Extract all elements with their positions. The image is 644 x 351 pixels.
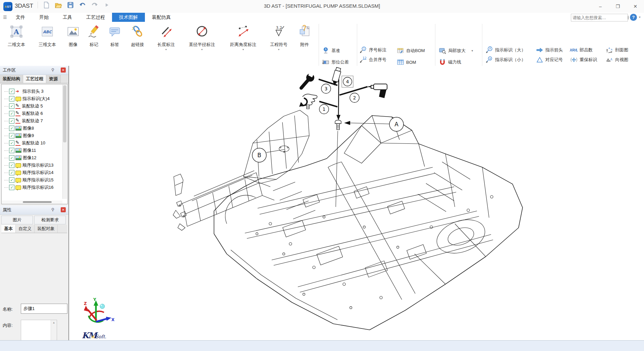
button-bom[interactable]: BOM (397, 57, 416, 67)
tree-item: ✓图像11 (2, 147, 53, 154)
callout-3[interactable]: 3 (321, 84, 331, 93)
tree-item: ✓图像8 (2, 125, 53, 132)
toolbar-options-caret-icon[interactable]: ▾ (639, 15, 641, 19)
button-merge-seq[interactable]: 12 合并序号 (360, 55, 386, 64)
search-input[interactable] (571, 15, 628, 20)
tree-vertical-scrollbar[interactable] (62, 85, 67, 199)
callout-a[interactable]: A (344, 117, 404, 131)
checkbox[interactable]: ✓ (9, 126, 14, 131)
checkbox[interactable]: ✓ (9, 155, 14, 161)
tab-custom[interactable]: 自定义 (16, 225, 35, 233)
label-annotation-icon (15, 163, 21, 168)
properties-close-icon[interactable]: ✕ (61, 207, 66, 212)
button-corresponding-mark[interactable]: 对应记号 (536, 55, 563, 64)
tab-process[interactable]: 工艺过程 (23, 75, 46, 83)
button-direction-view[interactable]: A 向视图 (606, 55, 628, 64)
button-diameter-dim[interactable]: 直径半径标注 ▾ (184, 24, 220, 51)
button-auto-bom[interactable]: 自动BOM (397, 46, 425, 55)
checkbox[interactable]: ✓ (9, 89, 14, 94)
button-engineering-symbol[interactable]: 3.2 工程符号 ▾ (266, 24, 291, 51)
pin-icon[interactable]: ⚲ (51, 68, 56, 72)
tab-resource[interactable]: 资源 (46, 75, 61, 83)
name-input[interactable]: 步骤1 (21, 304, 67, 314)
workspace-close-icon[interactable]: ✕ (61, 68, 66, 73)
dropdown-caret-icon[interactable]: ▾ (266, 48, 291, 51)
search-icon[interactable] (628, 15, 629, 20)
button-distance-angle-dim[interactable]: 距离角度标注 ▾ (225, 24, 261, 51)
dropdown-caret-icon[interactable]: ▼ (471, 49, 474, 52)
tree-horizontal-scrollbar[interactable] (2, 201, 62, 204)
tab-tech-illustration[interactable]: 技术图解 (112, 13, 145, 22)
svg-text:a: a (489, 57, 491, 60)
checkbox[interactable]: ✓ (9, 103, 14, 109)
arrow-annotation-icon: ➜ (15, 89, 21, 94)
menu-icon[interactable]: ☰ (3, 15, 7, 20)
tab-assembly-sim[interactable]: 装配仿真 (145, 13, 178, 22)
button-magnet-line[interactable]: 磁力线 (439, 57, 461, 67)
checkbox[interactable]: ✓ (9, 163, 14, 168)
maximize-button[interactable]: ❐ (609, 0, 627, 13)
checkbox[interactable]: ✓ (9, 111, 14, 116)
button-tag[interactable]: 标签 (106, 24, 123, 48)
tab-assembly-structure[interactable]: 装配结构 (0, 75, 23, 83)
callout-2[interactable]: 2 (350, 93, 359, 102)
magnet-icon (439, 58, 446, 66)
checkbox[interactable]: ✓ (9, 177, 14, 183)
callout-1[interactable]: 1 (319, 104, 329, 114)
button-datum[interactable]: A 基准 (322, 46, 340, 55)
callout-b[interactable]: B (252, 148, 284, 162)
tab-basic[interactable]: 基本 (1, 225, 16, 233)
button-heavy-insurance-mark[interactable]: 重保标识 (570, 55, 597, 64)
close-button[interactable]: ✕ (627, 0, 644, 13)
tab-tools[interactable]: 工具 (56, 13, 79, 22)
button-image[interactable]: 图像 (64, 24, 83, 48)
checkbox[interactable]: ✓ (9, 96, 14, 101)
checkbox[interactable]: ✓ (9, 140, 14, 146)
button-3d-text[interactable]: ABC 三维文本 (34, 24, 61, 48)
tab-file[interactable]: 文件 (9, 13, 32, 22)
content-textarea[interactable]: ▲ ▼ (21, 320, 57, 340)
window-controls: – ❐ ✕ (592, 0, 644, 13)
menu-bar: ☰ 文件 开始 工具 工艺过程 技术图解 装配仿真 ? ▾ (0, 13, 644, 22)
image-item-icon (15, 148, 21, 153)
checkbox[interactable]: ✓ (9, 118, 14, 124)
button-attachment[interactable]: 附件 (296, 24, 313, 48)
svg-text:A: A (608, 47, 610, 50)
tree-item: ✓✎装配轨迹 7 (2, 117, 53, 125)
drawing-canvas[interactable]: A B 1 2 3 4 (69, 66, 644, 340)
button-hyperlink[interactable]: 超链接 (126, 24, 149, 48)
tree-item: ✓✎装配轨迹 5 (2, 102, 53, 110)
button-2d-text[interactable]: A 二维文本 (3, 24, 30, 48)
button-seq-label[interactable]: 1 序号标注 (360, 45, 386, 55)
button-local-zoom[interactable]: 局部放大 ▼ (439, 46, 474, 55)
marker-pencil-icon (85, 24, 103, 40)
local-zoom-icon (439, 47, 446, 54)
scroll-up-icon[interactable]: ▲ (51, 320, 57, 325)
tab-inspection-requirement[interactable]: 检测要求 (34, 216, 66, 224)
content-scrollbar[interactable]: ▲ ▼ (51, 320, 57, 340)
tab-picture[interactable]: 图片 (1, 216, 33, 224)
button-form-tolerance[interactable]: 形位公差 (322, 57, 349, 67)
button-part-count[interactable]: XR/L 部品数 (570, 45, 593, 55)
button-length-dim[interactable]: 长度标注 ▾ (153, 24, 179, 51)
checkbox[interactable]: ✓ (9, 185, 14, 190)
tab-assembly-object[interactable]: 装配对象 (35, 225, 58, 233)
pin-icon[interactable]: ⚲ (51, 208, 56, 212)
button-section-view[interactable]: AA 剖面图 (606, 45, 628, 55)
button-indicator-arrow[interactable]: 指示箭头 (536, 45, 563, 55)
dropdown-caret-icon[interactable]: ▾ (153, 48, 179, 51)
svg-text:3.2: 3.2 (276, 26, 282, 30)
button-indicator-small[interactable]: a 指示标识（小） (486, 55, 526, 64)
checkbox[interactable]: ✓ (9, 148, 14, 153)
minimize-button[interactable]: – (592, 0, 609, 13)
tab-home[interactable]: 开始 (32, 13, 56, 22)
dropdown-caret-icon[interactable]: ▾ (225, 48, 261, 51)
button-marker[interactable]: 标记 (85, 24, 103, 48)
tab-process[interactable]: 工艺过程 (79, 13, 112, 22)
help-button[interactable]: ? (630, 14, 637, 21)
dropdown-caret-icon[interactable]: ▾ (184, 48, 220, 51)
button-indicator-large[interactable]: A 指示标识（大） (486, 45, 526, 55)
checkbox[interactable]: ✓ (9, 170, 14, 175)
checkbox[interactable]: ✓ (9, 133, 14, 138)
callout-4[interactable]: 4 (342, 76, 353, 87)
